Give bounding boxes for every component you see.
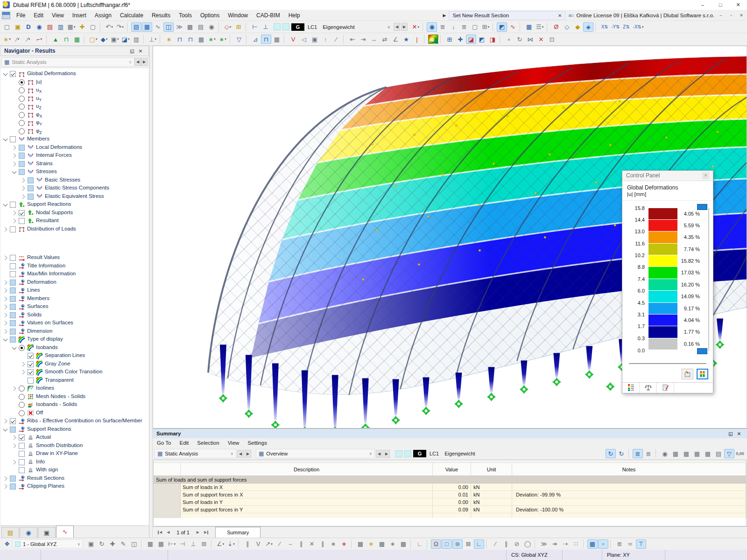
result-section-active[interactable]: ⊓ [261, 35, 271, 44]
checkbox[interactable] [19, 145, 25, 151]
expander-icon[interactable] [2, 226, 8, 232]
expander-icon[interactable] [20, 185, 26, 191]
coordinate-system-combobox[interactable]: 1 - Global XYZ ∨ [13, 539, 83, 548]
checkbox[interactable] [10, 71, 16, 77]
tree-item[interactable]: Elastic Stress Components [0, 184, 149, 193]
expander-icon[interactable] [11, 459, 17, 465]
result-section-new[interactable]: ⊿ [250, 35, 261, 44]
calc-settings[interactable]: ⊡ [547, 35, 557, 44]
load-case-combobox[interactable]: Eigengewicht ∨ [320, 22, 393, 31]
expander-icon[interactable] [20, 177, 26, 183]
checkbox[interactable] [19, 153, 25, 159]
summary-menu-item[interactable]: Selection [193, 440, 223, 446]
tree-item[interactable]: Deformation [0, 279, 149, 287]
tree-item[interactable]: |u| [0, 78, 149, 87]
previous-view-button[interactable]: ◀ [376, 450, 382, 458]
child-minimize-icon[interactable]: – [717, 13, 725, 18]
tree-item[interactable]: Values on Surfaces [0, 319, 149, 328]
expander-icon[interactable] [11, 434, 17, 441]
work-plane[interactable]: ∟ [415, 539, 425, 549]
checkbox[interactable] [19, 443, 25, 449]
new-surface[interactable]: ▢ [88, 35, 99, 44]
snap-circle-x[interactable]: ⊗ [452, 539, 463, 549]
new-opening[interactable]: ▣ [110, 35, 120, 44]
child-restore-icon[interactable]: ▫ [727, 13, 735, 18]
next-view-button[interactable]: ▶ [383, 450, 390, 458]
dim-b[interactable]: ⊣ [177, 539, 188, 549]
load-free[interactable]: ∗ [207, 35, 217, 44]
save[interactable]: ▥ [56, 22, 66, 32]
navigator-tab-results[interactable]: ∿ [56, 525, 74, 538]
load-mesh[interactable]: ▦ [196, 35, 206, 44]
snap-lines[interactable]: ∥ [242, 539, 253, 549]
tree-item[interactable]: Separation Lines [0, 352, 149, 360]
checkbox[interactable] [10, 483, 16, 490]
tree-item[interactable]: φZ [0, 127, 149, 136]
grid-star[interactable]: ∗ [388, 539, 398, 549]
menu-item[interactable]: Options [196, 10, 224, 21]
layers[interactable]: ≣ [614, 539, 625, 549]
menu-item[interactable]: Window [224, 10, 252, 21]
dots-grid[interactable]: ∷ [571, 539, 581, 549]
delete-tool[interactable]: ✕ [536, 35, 546, 44]
last-page-button[interactable]: ▶ [202, 530, 211, 534]
expander-icon[interactable] [2, 476, 8, 482]
new-node[interactable]: ∗ [2, 35, 12, 44]
view-block[interactable]: ▣ [310, 35, 320, 44]
navigator-tab-data[interactable]: ▤ [1, 527, 19, 538]
menu-item[interactable]: View [48, 10, 68, 21]
tree-item[interactable]: Gray Zone [0, 360, 149, 369]
print-graphic[interactable]: ▦ [524, 22, 534, 32]
expander-icon[interactable] [2, 427, 8, 433]
angle-snap[interactable]: ∠ [215, 539, 226, 549]
checkbox[interactable] [10, 418, 16, 424]
render-mode-icon[interactable]: ❖ [2, 539, 12, 549]
fe-mesh-3[interactable]: ◨ [487, 35, 498, 44]
load-nodal[interactable]: ∗ [164, 35, 174, 44]
grid-show[interactable]: ▩ [587, 539, 598, 549]
guide-circle[interactable]: ⊘ [512, 539, 522, 549]
expander-icon[interactable] [11, 153, 17, 159]
checkbox[interactable] [28, 361, 34, 367]
table-row[interactable]: Sum of support forces in Y 0.09 kN Devia… [154, 506, 746, 513]
expander-icon[interactable] [2, 296, 8, 302]
checkbox[interactable] [10, 226, 16, 232]
checkbox[interactable] [19, 410, 25, 416]
tree-item[interactable]: Local Deformations [0, 144, 149, 152]
maximize-panel-icon[interactable]: ◱ [726, 431, 735, 436]
expander-icon[interactable] [20, 361, 26, 367]
expander-icon[interactable] [11, 385, 17, 392]
hide-values[interactable]: ≣ [643, 449, 654, 458]
menu-item[interactable]: Tools [175, 10, 196, 21]
viewport-3d[interactable]: Control Panel ✕ Global Deformations |u| … [153, 46, 747, 428]
snap-box-x[interactable]: ⊠ [463, 539, 473, 549]
project-manager[interactable]: ▤ [45, 22, 55, 32]
tree-item[interactable]: Stresses [0, 168, 149, 176]
tree-item[interactable]: Isobands - Solids [0, 401, 149, 409]
snap-cross[interactable]: ✕ [307, 539, 317, 549]
tree-item[interactable]: Result Values [0, 254, 149, 262]
expander-icon[interactable] [2, 202, 8, 208]
tree-item[interactable]: Internal Forces [0, 152, 149, 160]
tree-item[interactable]: Surfaces [0, 303, 149, 311]
result-xxx-1[interactable]: ≣ [437, 22, 448, 32]
checkbox[interactable] [19, 402, 25, 408]
view-axis-minus-x[interactable]: -X⇅ [632, 22, 645, 32]
toggle-results-icon[interactable] [404, 450, 411, 457]
expander-icon[interactable] [2, 136, 8, 142]
tree-item[interactable]: Global Deformations [0, 70, 149, 78]
table-filter[interactable]: ▽ [724, 449, 734, 458]
expander-icon[interactable] [2, 304, 8, 310]
edit-view[interactable]: ✎ [118, 539, 128, 549]
pin-left[interactable]: ⊢ [250, 22, 260, 32]
filter-results[interactable]: ✕ [410, 22, 421, 32]
snap-small[interactable]: ∘ [504, 35, 514, 44]
previous-case-button[interactable]: ◀ [394, 23, 400, 31]
license-search-icon[interactable]: ≡○ [568, 13, 573, 18]
menu-item[interactable]: Insert [68, 10, 91, 21]
dlubal-home[interactable]: D [23, 22, 34, 32]
summary-menu-item[interactable]: View [224, 440, 244, 446]
previous-page-button[interactable]: ◀ [164, 530, 172, 534]
tree-item[interactable]: Ribs - Effective Contribution on Surface… [0, 417, 149, 426]
tree-item[interactable]: Strains [0, 160, 149, 168]
